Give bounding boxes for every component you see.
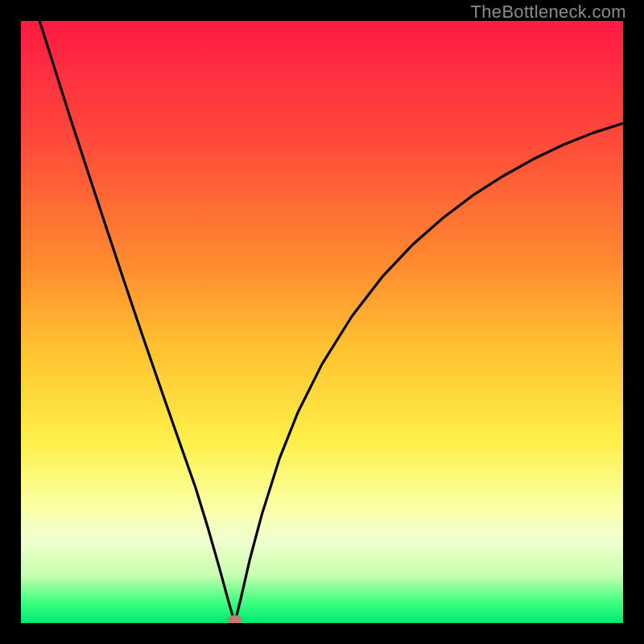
watermark-text: TheBottleneck.com [471, 2, 626, 23]
chart-svg [0, 0, 644, 644]
chart-container: TheBottleneck.com [0, 0, 644, 644]
chart-gradient-background [21, 21, 623, 623]
